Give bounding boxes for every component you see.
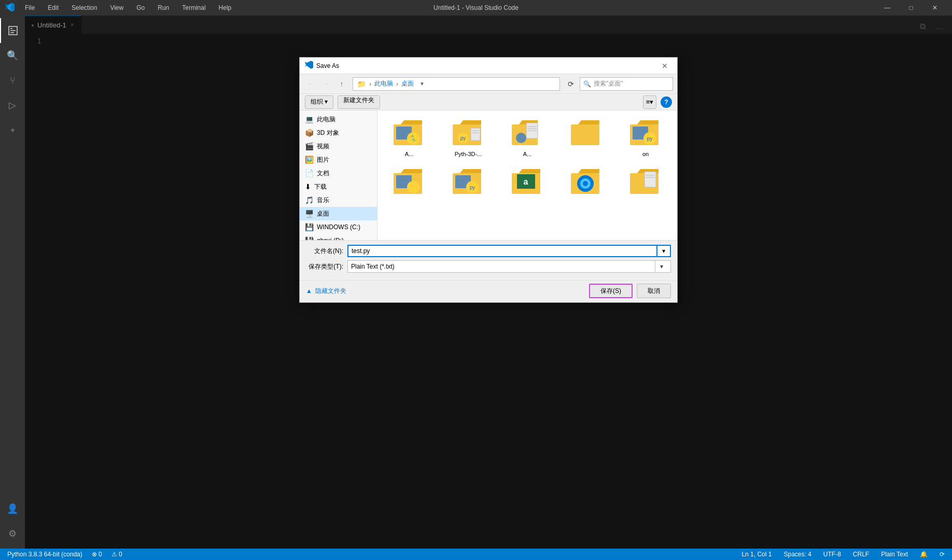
path-breadcrumb[interactable]: 📁 › 此电脑 › 桌面 ▼ (353, 77, 560, 91)
statusbar: Python 3.8.3 64-bit (conda) ⊗ 0 ⚠ 0 Ln 1… (0, 549, 952, 560)
sync-status[interactable]: ⟳ (937, 551, 947, 558)
path-separator-1: › (369, 80, 371, 88)
path-computer[interactable]: 此电脑 (374, 79, 393, 88)
sidebar-item-windows[interactable]: 💾 WINDOWS (C:) (300, 220, 377, 234)
up-button[interactable]: ↑ (335, 77, 348, 91)
titlebar-menu[interactable]: File Edit Selection View Go Run Terminal… (22, 3, 234, 12)
file-item-1[interactable]: 🐍 A... (382, 115, 437, 159)
account-icon[interactable]: 👤 (0, 496, 25, 521)
computer-icon: 💻 (305, 115, 314, 123)
titlebar-controls[interactable]: — □ ✕ (875, 0, 947, 16)
file-item-5[interactable]: py on (618, 115, 673, 159)
forward-button[interactable]: → (319, 77, 333, 91)
filetype-field: 保存类型(T): Plain Text (*.txt) ▾ (306, 260, 671, 273)
file-item-10[interactable] (618, 163, 673, 202)
svg-rect-19 (571, 124, 599, 145)
svg-text:py: py (460, 135, 466, 141)
chevron-down-icon: ▲ (306, 287, 312, 295)
menu-help[interactable]: Help (216, 3, 234, 12)
encoding-status[interactable]: UTF-8 (821, 551, 843, 558)
extensions-activity-icon[interactable] (0, 118, 25, 143)
sidebar-item-3d[interactable]: 📦 3D 对象 (300, 126, 377, 139)
menu-selection[interactable]: Selection (69, 3, 100, 12)
sidebar-label-downloads: 下载 (314, 183, 327, 191)
sidebar-item-d-drive[interactable]: 💾 ghgxj (D:) (300, 234, 377, 240)
line-ending-status[interactable]: CRLF (851, 551, 871, 558)
error-count-status[interactable]: ⊗ 0 (90, 551, 104, 558)
warning-count-status[interactable]: ⚠ 0 (109, 551, 124, 558)
close-button[interactable]: ✕ (923, 0, 947, 16)
filename-dropdown-button[interactable]: ▾ (657, 245, 671, 257)
titlebar-left: File Edit Selection View Go Run Terminal… (5, 3, 234, 13)
titlebar: File Edit Selection View Go Run Terminal… (0, 0, 952, 16)
source-control-activity-icon[interactable]: ⑂ (0, 68, 25, 93)
maximize-button[interactable]: □ (899, 0, 923, 16)
menu-edit[interactable]: Edit (45, 3, 61, 12)
explorer-icon[interactable] (0, 18, 25, 43)
save-button[interactable]: 保存(S) (589, 284, 633, 298)
back-button[interactable]: ← (304, 77, 317, 91)
sidebar-item-computer[interactable]: 💻 此电脑 (300, 113, 377, 126)
file-item-2[interactable]: py Pyth-3D-... (441, 115, 496, 159)
activitybar: 🔍 ⑂ ▷ 👤 ⚙ (0, 16, 25, 549)
file-item-7[interactable]: py (441, 163, 496, 202)
sidebar-item-downloads[interactable]: ⬇ 下载 (300, 180, 377, 193)
run-debug-activity-icon[interactable]: ▷ (0, 93, 25, 118)
save-as-dialog: Save As ✕ ← → ↑ 📁 › 此电脑 › 桌面 ▼ ⟳ 🔍 搜索"桌面… (299, 57, 678, 303)
svg-text:a: a (524, 177, 528, 186)
menu-run[interactable]: Run (155, 3, 172, 12)
refresh-button[interactable]: ⟳ (564, 77, 578, 91)
line-col-status[interactable]: Ln 1, Col 1 (739, 551, 774, 558)
view-toggle-button[interactable]: ≡▾ (643, 95, 656, 109)
file-icon-4 (570, 117, 603, 150)
file-icon-6 (393, 165, 426, 199)
language-mode-status[interactable]: Plain Text (879, 551, 910, 558)
path-dropdown-button[interactable]: ▼ (417, 78, 427, 90)
file-label-5: on (642, 151, 649, 157)
dialog-form: 文件名(N): ▾ 保存类型(T): Plain Text (*.txt) ▾ (300, 240, 677, 280)
file-item-9[interactable] (559, 163, 614, 202)
file-item-6[interactable] (382, 163, 437, 202)
new-folder-button[interactable]: 新建文件夹 (338, 95, 380, 109)
search-activity-icon[interactable]: 🔍 (0, 43, 25, 68)
file-item-4[interactable] (559, 115, 614, 159)
sidebar-item-music[interactable]: 🎵 音乐 (300, 193, 377, 207)
menu-file[interactable]: File (22, 3, 37, 12)
file-label-2: Pyth-3D-... (455, 151, 482, 157)
help-button[interactable]: ? (661, 96, 672, 108)
menu-terminal[interactable]: Terminal (179, 3, 208, 12)
sidebar-item-desktop[interactable]: 🖥️ 桌面 (300, 207, 377, 220)
dialog-navbar: ← → ↑ 📁 › 此电脑 › 桌面 ▼ ⟳ 🔍 搜索"桌面" (300, 74, 677, 94)
menu-view[interactable]: View (107, 3, 126, 12)
activitybar-bottom: 👤 ⚙ (0, 496, 25, 549)
sidebar-label-desktop: 桌面 (317, 209, 329, 218)
file-icon-1: 🐍 (393, 117, 426, 150)
menu-go[interactable]: Go (134, 3, 147, 12)
python-version-status[interactable]: Python 3.8.3 64-bit (conda) (5, 551, 85, 558)
cancel-button[interactable]: 取消 (637, 284, 671, 298)
video-icon: 🎬 (305, 142, 314, 150)
spaces-status[interactable]: Spaces: 4 (781, 551, 813, 558)
filetype-select[interactable]: Plain Text (*.txt) ▾ (347, 260, 671, 273)
filename-input[interactable] (347, 245, 657, 257)
sidebar-item-pictures[interactable]: 🖼️ 图片 (300, 153, 377, 166)
file-item-3[interactable]: A... (500, 115, 555, 159)
dialog-close-button[interactable]: ✕ (657, 59, 672, 73)
file-icon-8: a (511, 165, 544, 199)
sidebar-item-video[interactable]: 🎬 视频 (300, 139, 377, 153)
notification-status[interactable]: 🔔 (918, 551, 930, 558)
sidebar-item-documents[interactable]: 📄 文档 (300, 166, 377, 180)
dialog-title: Save As (316, 62, 657, 69)
path-desktop[interactable]: 桌面 (401, 79, 414, 88)
file-item-8[interactable]: a (500, 163, 555, 202)
hide-folders-button[interactable]: ▲ 隐藏文件夹 (306, 287, 346, 296)
dialog-vscode-icon (305, 61, 313, 71)
filetype-label: 保存类型(T): (306, 262, 347, 271)
dialog-titlebar: Save As ✕ (300, 58, 677, 74)
minimize-button[interactable]: — (875, 0, 899, 16)
settings-icon[interactable]: ⚙ (0, 521, 25, 546)
sidebar-label-pictures: 图片 (317, 156, 329, 164)
organize-button[interactable]: 组织 ▾ (305, 95, 333, 109)
statusbar-left: Python 3.8.3 64-bit (conda) ⊗ 0 ⚠ 0 (5, 551, 124, 558)
sidebar-label-3d: 3D 对象 (317, 129, 339, 137)
